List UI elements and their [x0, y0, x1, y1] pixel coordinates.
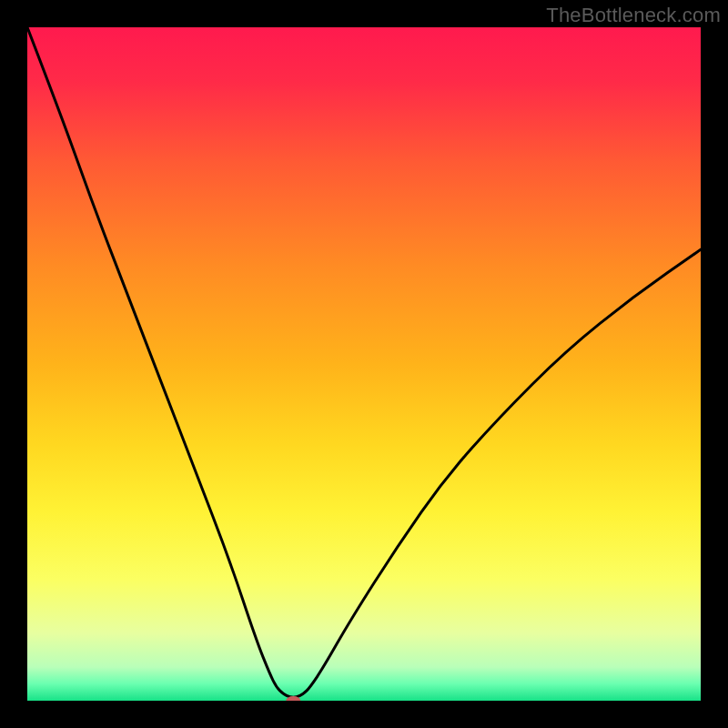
chart-frame: TheBottleneck.com	[0, 0, 728, 728]
plot-area	[27, 27, 701, 701]
watermark: TheBottleneck.com	[546, 4, 721, 27]
plot-svg	[27, 27, 701, 701]
